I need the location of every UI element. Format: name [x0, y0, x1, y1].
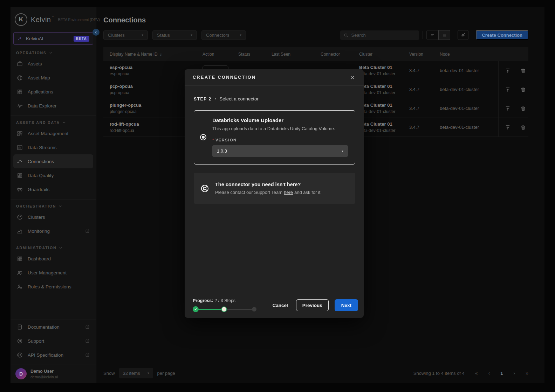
lifebuoy-icon [200, 184, 210, 193]
brand-environment-label: BETA Environment (DEV) [58, 18, 100, 22]
sidebar-item-roles-permissions[interactable]: Roles & Permissions [13, 280, 93, 294]
sidebar-item-kelvinai[interactable]: KelvinAI BETA [13, 32, 93, 45]
page-title: Connections [103, 16, 528, 24]
version-select[interactable]: 1.0.3 ▾ [212, 145, 348, 157]
chevron-down-icon [62, 121, 66, 124]
section-orchestration[interactable]: ORCHESTRATION [11, 200, 96, 210]
cluster-icon [17, 214, 23, 220]
pagination-current-page[interactable]: 1 [500, 371, 503, 376]
support-text: Please contact our Support Teamhereand a… [215, 190, 322, 195]
data-quality-icon [17, 173, 23, 178]
sort-icon[interactable]: ↓↑ [160, 52, 162, 56]
pagination-next[interactable]: › [514, 370, 515, 376]
sidebar-item-monitoring[interactable]: Monitoring [13, 224, 93, 238]
section-assets-and-data[interactable]: ASSETS AND DATA [11, 116, 96, 126]
divider [454, 31, 454, 39]
sidebar-item-asset-map[interactable]: Asset Map [13, 71, 93, 85]
external-link-icon [85, 325, 90, 329]
sidebar-item-connections[interactable]: Connections [13, 154, 93, 168]
pagination-last[interactable]: » [526, 370, 528, 376]
sidebar: K Kelvin BETA Environment (DEV) KelvinAI… [11, 7, 96, 383]
compact-view-button[interactable] [426, 30, 438, 40]
progress-block: Progress:2 / 3 Steps [193, 298, 263, 312]
globe-icon [17, 75, 23, 81]
sidebar-item-asset-management[interactable]: Asset Management [13, 126, 93, 140]
version-label: *VERSION [212, 138, 348, 142]
trash-icon[interactable] [520, 87, 526, 92]
chevron-down-icon [49, 51, 53, 55]
clusters-filter-dropdown[interactable]: Clusters ▾ [103, 30, 148, 40]
sidebar-item-support[interactable]: Support [13, 334, 93, 348]
sidebar-item-clusters[interactable]: Clusters [13, 210, 93, 224]
sidebar-item-user-management[interactable]: User Management [13, 266, 93, 280]
chevron-down-icon [59, 204, 62, 208]
sidebar-item-applications[interactable]: Applications [13, 85, 93, 99]
divider [472, 31, 472, 39]
step-done-check-icon [193, 306, 199, 312]
connector-card-databricks[interactable]: Databricks Volume Uploader This app uplo… [194, 110, 355, 164]
pagination-prev[interactable]: ‹ [488, 370, 490, 376]
pagination-summary: Showing 1 to 4 items of 4 [413, 371, 465, 376]
sidebar-item-api-specification[interactable]: API Specification [13, 348, 93, 362]
sidebar-collapse-button[interactable] [92, 29, 100, 36]
create-connection-button[interactable]: Create Connection [476, 30, 528, 40]
modal-title: CREATE CONNECTION [193, 75, 256, 80]
document-icon [17, 324, 23, 330]
user-profile[interactable]: D Demo User demo@kelvin.ai [11, 364, 96, 383]
sidebar-item-guardrails[interactable]: Guardrails [13, 182, 93, 196]
bar-chart-icon [17, 145, 23, 150]
brand-name: Kelvin [31, 16, 51, 24]
sidebar-item-dashboard[interactable]: Dashboard [13, 252, 93, 266]
sidebar-footer: Documentation Support API Specification … [11, 317, 96, 383]
trash-icon[interactable] [520, 68, 526, 74]
status-filter-dropdown[interactable]: Status ▾ [152, 30, 197, 40]
external-link-icon [85, 339, 90, 343]
connectors-filter-dropdown[interactable]: Connectors ▾ [201, 30, 246, 40]
close-icon[interactable] [348, 73, 357, 82]
api-icon [17, 352, 23, 358]
grid-icon [17, 89, 23, 95]
per-page-label: per page [157, 371, 175, 376]
chevron-down-icon: ▾ [342, 149, 343, 153]
trash-icon[interactable] [520, 125, 526, 130]
search-box [340, 30, 419, 40]
chevron-down-icon [59, 246, 62, 250]
previous-button[interactable]: Previous [296, 299, 329, 311]
sidebar-item-assets[interactable]: Assets [13, 57, 93, 71]
external-link-icon [85, 229, 90, 233]
create-connection-modal: CREATE CONNECTION STEP 2 • Select a conn… [185, 69, 364, 318]
detailed-view-button[interactable] [438, 30, 450, 40]
avatar: D [15, 368, 27, 379]
cancel-button[interactable]: Cancel [270, 300, 290, 311]
monitoring-icon [17, 228, 23, 234]
chevron-down-icon: ▾ [148, 371, 149, 375]
external-link-icon [85, 353, 90, 357]
sidebar-item-documentation[interactable]: Documentation [13, 320, 93, 334]
sidebar-item-data-explorer[interactable]: Data Explorer [13, 99, 93, 113]
search-input[interactable] [351, 33, 416, 38]
section-operations[interactable]: OPERATIONS [11, 46, 96, 57]
support-link[interactable]: here [284, 190, 293, 195]
waveform-icon [17, 103, 23, 109]
sidebar-item-data-streams[interactable]: Data Streams [13, 140, 93, 154]
trash-icon[interactable] [520, 106, 526, 111]
next-button[interactable]: Next [335, 299, 358, 311]
pagination-first[interactable]: « [475, 370, 478, 376]
page-size-select[interactable]: 32 items ▾ [119, 368, 153, 378]
section-administration[interactable]: ADMINISTRATION [11, 241, 96, 252]
sparkle-icon [17, 36, 23, 41]
radio-selected[interactable] [200, 134, 206, 140]
guardrail-icon [17, 187, 23, 192]
step-separator: • [215, 96, 217, 102]
pager: « ‹ 1 › » [475, 370, 528, 376]
upload-icon[interactable] [505, 87, 511, 92]
upload-icon[interactable] [505, 125, 511, 130]
upload-icon[interactable] [505, 106, 511, 111]
sidebar-item-data-quality[interactable]: Data Quality [13, 168, 93, 182]
support-title: The connector you need isn't here? [215, 182, 322, 187]
upload-icon[interactable] [505, 68, 511, 74]
table-settings-button[interactable] [458, 30, 468, 40]
rows-detailed-icon [442, 33, 447, 38]
required-asterisk: * [212, 138, 214, 142]
pagination-bar: Show 32 items ▾ per page Showing 1 to 4 … [103, 368, 528, 378]
